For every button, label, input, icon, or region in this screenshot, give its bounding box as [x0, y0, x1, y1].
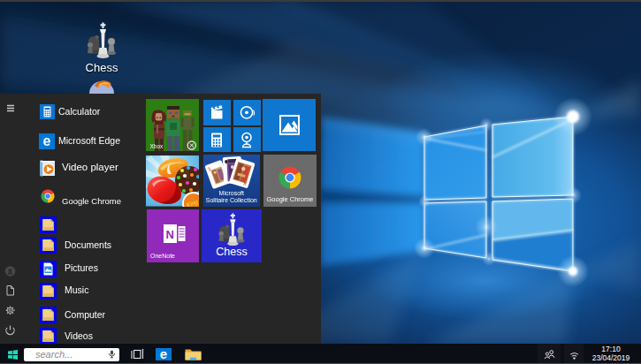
svg-text:N: N: [166, 228, 174, 241]
svg-text:Xbox: Xbox: [150, 143, 164, 149]
